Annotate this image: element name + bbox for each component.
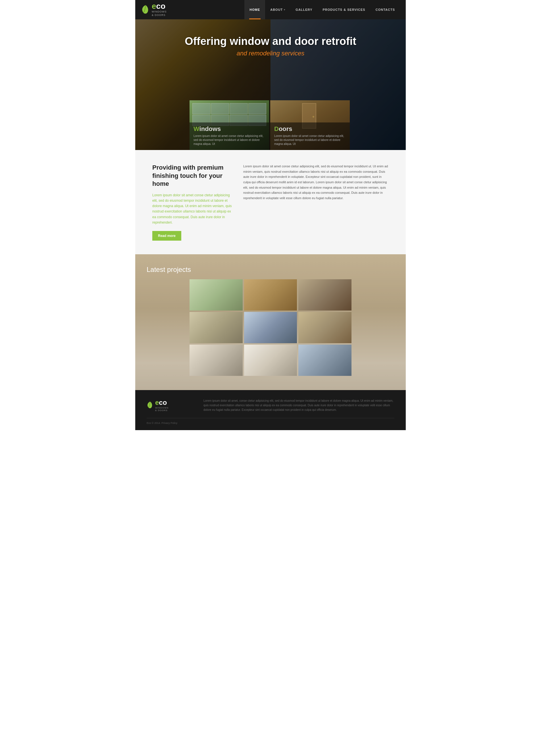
projects-grid — [190, 279, 351, 376]
doors-title: Doors — [274, 125, 346, 133]
about-right: Lorem ipsum dolor sit amet conse ctetur … — [243, 164, 389, 241]
logo-text: eco WINDOWS & DOORS — [152, 2, 167, 17]
project-image-2 — [244, 279, 297, 310]
project-image-9 — [298, 345, 351, 376]
project-image-5 — [244, 312, 297, 343]
project-image-4 — [190, 312, 243, 343]
projects-title: Latest projects — [141, 266, 400, 273]
hero-section: Offering window and door retrofit and re… — [135, 19, 406, 150]
footer-brand: eco — [155, 399, 169, 407]
project-image-3 — [298, 279, 351, 310]
list-item[interactable] — [190, 279, 243, 310]
hero-panels: Windows Lorem ipsum dolor sit amet conse… — [190, 100, 351, 150]
list-item[interactable] — [190, 345, 243, 376]
list-item[interactable] — [244, 345, 297, 376]
logo-brand: eco — [152, 2, 167, 10]
hero-title: Offering window and door retrofit — [135, 35, 406, 48]
chevron-down-icon: ▾ — [284, 9, 285, 11]
nav-about[interactable]: ABOUT ▾ — [265, 0, 290, 19]
footer-bottom: Eco © 2014. Privacy Policy — [147, 418, 394, 424]
hero-content: Offering window and door retrofit and re… — [135, 35, 406, 57]
about-left: Providing with premium finishing touch f… — [152, 164, 232, 241]
read-more-button[interactable]: Read more — [152, 231, 181, 241]
window-pane — [248, 103, 267, 114]
windows-title-accent: W — [194, 125, 200, 133]
projects-section: Latest projects — [135, 254, 406, 390]
list-item[interactable] — [244, 312, 297, 343]
windows-panel-content: Windows Lorem ipsum dolor sit amet conse… — [190, 123, 269, 150]
window-pane — [192, 103, 211, 114]
window-pane — [230, 103, 248, 114]
project-image-1 — [190, 279, 243, 310]
window-pane — [211, 103, 229, 114]
footer: eco WINDOWS & DOORS Lorem ipsum dolor si… — [135, 390, 406, 430]
leaf-icon — [141, 5, 150, 15]
list-item[interactable] — [190, 312, 243, 343]
footer-tagline: WINDOWS & DOORS — [155, 407, 169, 412]
windows-title: Windows — [194, 125, 265, 133]
copyright-text: Eco © 2014. Privacy Policy — [147, 422, 177, 424]
doors-panel[interactable]: Doors Lorem ipsum dolor sit amet conse c… — [270, 100, 350, 150]
footer-leaf-icon — [147, 401, 154, 409]
door-knob — [312, 116, 314, 118]
list-item[interactable] — [244, 279, 297, 310]
doors-title-accent: D — [274, 125, 279, 133]
project-image-6 — [298, 312, 351, 343]
list-item[interactable] — [298, 345, 351, 376]
nav-home[interactable]: HOME — [245, 0, 265, 19]
doors-desc: Lorem ipsum dolor sit amet conse ctetur … — [274, 134, 346, 146]
about-heading: Providing with premium finishing touch f… — [152, 164, 232, 188]
footer-logo: eco WINDOWS & DOORS — [147, 399, 192, 412]
about-section: Providing with premium finishing touch f… — [135, 150, 406, 254]
about-highlight: Lorem ipsum dolor sit amet conse ctetur … — [152, 192, 232, 225]
list-item[interactable] — [298, 279, 351, 310]
nav-gallery[interactable]: GALLERY — [290, 0, 317, 19]
logo: eco WINDOWS & DOORS — [141, 2, 167, 17]
about-body-text: Lorem ipsum dolor sit amet conse ctetur … — [243, 164, 389, 201]
footer-body-text: Lorem ipsum dolor sit amet, conse ctetur… — [204, 399, 394, 412]
project-image-7 — [190, 345, 243, 376]
project-image-8 — [244, 345, 297, 376]
header: eco WINDOWS & DOORS HOME ABOUT ▾ GALLERY… — [135, 0, 406, 19]
logo-tagline: WINDOWS & DOORS — [152, 10, 167, 17]
windows-desc: Lorem ipsum dolor sit amet conse ctetur … — [194, 134, 265, 146]
footer-top: eco WINDOWS & DOORS Lorem ipsum dolor si… — [147, 399, 394, 418]
list-item[interactable] — [298, 312, 351, 343]
windows-panel[interactable]: Windows Lorem ipsum dolor sit amet conse… — [190, 100, 269, 150]
nav-products[interactable]: PRODUCTS & SERVICES — [317, 0, 370, 19]
doors-panel-content: Doors Lorem ipsum dolor sit amet conse c… — [270, 123, 350, 150]
main-nav: HOME ABOUT ▾ GALLERY PRODUCTS & SERVICES… — [245, 0, 400, 19]
hero-subtitle: and remodeling services — [135, 50, 406, 57]
nav-contacts[interactable]: CONTACTS — [370, 0, 400, 19]
